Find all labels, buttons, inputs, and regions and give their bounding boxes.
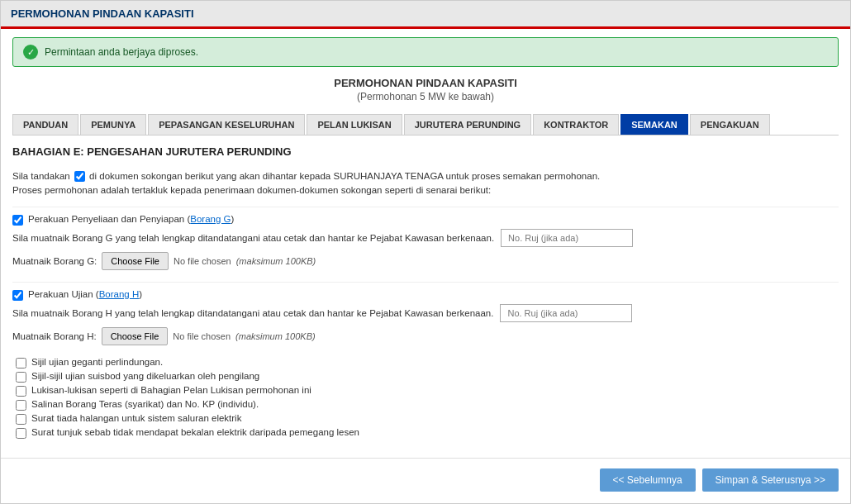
- instruction-line2: Proses permohonan adalah tertakluk kepad…: [12, 183, 839, 197]
- section-title: BAHAGIAN E: PENGESAHAN JURUTERA PERUNDIN…: [12, 145, 839, 158]
- borang-g-instruction: Sila muatnaik Borang G yang telah lengka…: [12, 233, 494, 243]
- borang-h-max-size: (maksimum 100KB): [235, 331, 316, 341]
- borang-g-upload-label: Muatnaik Borang G:: [12, 256, 97, 266]
- success-banner: ✓ Permintaan anda berjaya diproses.: [12, 37, 839, 67]
- borang-h-instruction: Sila muatnaik Borang H yang telah lengka…: [12, 308, 493, 318]
- borang-h-choose-file-button[interactable]: Choose File: [102, 327, 169, 345]
- doc4-checkbox[interactable]: [16, 400, 26, 411]
- back-button[interactable]: << Sebelumnya: [600, 468, 696, 492]
- borang-h-upload-row: Muatnaik Borang H: Choose File No file c…: [12, 327, 839, 345]
- tab-jurutera[interactable]: JURUTERA PERUNDING: [404, 114, 532, 135]
- main-content: ✓ Permintaan anda berjaya diproses. PERM…: [1, 29, 850, 449]
- doc5-row: Surat tiada halangan untuk sistem salura…: [16, 413, 839, 425]
- footer-buttons: << Sebelumnya Simpan & Seterusnya >>: [1, 458, 850, 500]
- doc4-label: Salinan Borang Teras (syarikat) dan No. …: [31, 399, 259, 409]
- instruction-block: Sila tandakan di dokumen sokongan beriku…: [12, 169, 839, 198]
- success-message: Permintaan anda berjaya diproses.: [45, 46, 198, 58]
- borang-h-checkbox-row: Perakuan Ujian (Borang H): [12, 289, 839, 301]
- main-window: PERMOHONAN PINDAAN KAPASITI ✓ Permintaan…: [0, 0, 851, 504]
- borang-g-section: Perakuan Penyeliaan dan Penyiapan (Boran…: [12, 207, 839, 270]
- window-title: PERMOHONAN PINDAAN KAPASITI: [11, 7, 194, 20]
- borang-g-choose-file-button[interactable]: Choose File: [102, 252, 169, 270]
- borang-h-checkbox[interactable]: [12, 290, 23, 301]
- success-icon: ✓: [23, 45, 38, 59]
- tab-panduan[interactable]: PANDUAN: [12, 114, 78, 135]
- doc1-row: Sijil ujian geganti perlindungan.: [16, 357, 839, 368]
- doc5-label: Surat tiada halangan untuk sistem salura…: [31, 413, 241, 423]
- doc3-row: Lukisan-lukisan seperti di Bahagian Pela…: [16, 385, 839, 397]
- tab-pepasangan[interactable]: PEPASANGAN KESELURUHAN: [148, 114, 305, 135]
- doc3-label: Lukisan-lukisan seperti di Bahagian Pela…: [31, 385, 311, 395]
- tab-pengakuan[interactable]: PENGAKUAN: [690, 114, 770, 135]
- additional-docs: Sijil ujian geganti perlindungan. Sijil-…: [12, 357, 839, 439]
- borang-g-file-status: No file chosen: [174, 256, 231, 266]
- borang-g-max-size: (maksimum 100KB): [236, 256, 316, 266]
- borang-g-instruction-row: Sila muatnaik Borang G yang telah lengka…: [12, 229, 839, 247]
- title-bar: PERMOHONAN PINDAAN KAPASITI: [1, 1, 850, 29]
- borang-g-link[interactable]: Borang G: [190, 214, 231, 224]
- doc2-label: Sijil-sijil ujian suisbod yang dikeluark…: [31, 371, 259, 381]
- doc6-label: Surat tunjuk sebab tidak mendapat bekala…: [31, 427, 359, 437]
- doc5-checkbox[interactable]: [16, 414, 26, 425]
- tab-kontraktor[interactable]: KONTRAKTOR: [533, 114, 619, 135]
- borang-g-ref-input[interactable]: [501, 229, 633, 247]
- borang-h-ref-input[interactable]: [500, 304, 632, 322]
- tab-semakan[interactable]: SEMAKAN: [620, 114, 688, 135]
- doc6-row: Surat tunjuk sebab tidak mendapat bekala…: [16, 427, 839, 439]
- borang-g-checkbox-row: Perakuan Penyeliaan dan Penyiapan (Boran…: [12, 214, 839, 226]
- borang-g-checkbox[interactable]: [12, 215, 23, 226]
- borang-h-label: Perakuan Ujian (Borang H): [28, 289, 142, 299]
- page-subheading: (Permohonan 5 MW ke bawah): [12, 91, 839, 102]
- doc2-checkbox[interactable]: [16, 372, 26, 383]
- borang-g-label: Perakuan Penyeliaan dan Penyiapan (Boran…: [28, 214, 234, 224]
- doc1-label: Sijil ujian geganti perlindungan.: [31, 357, 163, 367]
- doc1-checkbox[interactable]: [16, 358, 26, 368]
- doc6-checkbox[interactable]: [16, 428, 26, 439]
- instruction-checkbox[interactable]: [74, 171, 85, 182]
- tab-pemunya[interactable]: PEMUNYA: [80, 114, 146, 135]
- borang-h-file-status: No file chosen: [173, 331, 231, 341]
- doc4-row: Salinan Borang Teras (syarikat) dan No. …: [16, 399, 839, 411]
- borang-h-link[interactable]: Borang H: [99, 289, 140, 299]
- borang-g-upload-row: Muatnaik Borang G: Choose File No file c…: [12, 252, 839, 270]
- page-heading: PERMOHONAN PINDAAN KAPASITI: [12, 77, 839, 89]
- tab-bar: PANDUAN PEMUNYA PEPASANGAN KESELURUHAN P…: [12, 114, 839, 136]
- save-button[interactable]: Simpan & Seterusnya >>: [702, 468, 839, 492]
- borang-h-section: Perakuan Ujian (Borang H) Sila muatnaik …: [12, 282, 839, 345]
- doc3-checkbox[interactable]: [16, 386, 26, 397]
- borang-h-upload-label: Muatnaik Borang H:: [12, 331, 97, 341]
- doc2-row: Sijil-sijil ujian suisbod yang dikeluark…: [16, 371, 839, 383]
- tab-pelan[interactable]: PELAN LUKISAN: [307, 114, 402, 135]
- instruction-line1: Sila tandakan di dokumen sokongan beriku…: [12, 169, 839, 183]
- borang-h-instruction-row: Sila muatnaik Borang H yang telah lengka…: [12, 304, 839, 322]
